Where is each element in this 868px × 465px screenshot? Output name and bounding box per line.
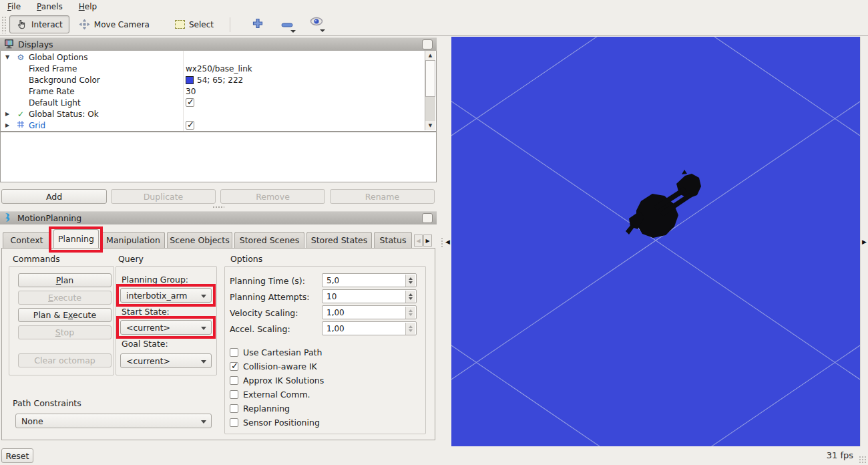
property-value[interactable]: wx250/base_link <box>186 64 252 73</box>
planning-group-label: Planning Group: <box>122 275 188 285</box>
collision-aware-ik-row[interactable]: Collision-aware IK <box>230 361 317 371</box>
checkbox[interactable] <box>230 376 238 385</box>
sensor-positioning-row[interactable]: Sensor Positioning <box>230 418 320 428</box>
stop-button[interactable]: Stop <box>18 325 112 339</box>
execute-button-label: Execute <box>48 293 81 303</box>
tab-scroll-left-icon[interactable]: ◀ <box>414 235 423 247</box>
tab-label: Status <box>380 235 407 245</box>
panel-float-button[interactable] <box>422 213 433 223</box>
resize-grip[interactable] <box>859 456 867 464</box>
velocity-scaling-value: 1,00 <box>327 308 345 317</box>
checkbox[interactable] <box>186 98 194 107</box>
tab-stored-states[interactable]: Stored States <box>306 232 372 248</box>
visibility-tool-button[interactable] <box>308 17 325 32</box>
motionplanning-tabs: Context Planning Manipulation Scene Obje… <box>0 225 437 248</box>
panel-splitter[interactable]: ◀ <box>437 37 451 446</box>
expander-right-icon[interactable]: ▶ <box>5 122 9 128</box>
toolbar-drag-handle[interactable] <box>1 16 7 33</box>
grid-icon <box>16 120 25 130</box>
external-comm-row[interactable]: External Comm. <box>230 390 310 400</box>
add-display-button[interactable]: Add <box>1 189 107 204</box>
menu-help[interactable]: Help <box>77 1 99 12</box>
start-state-dropdown[interactable]: <current> <box>120 320 212 335</box>
scrollbar-thumb[interactable] <box>425 60 435 97</box>
goal-state-dropdown[interactable]: <current> <box>120 353 212 368</box>
checkbox[interactable] <box>230 348 238 357</box>
velocity-scaling-spinbox[interactable]: 1,00 <box>322 305 417 319</box>
select-tool-button[interactable]: Select <box>168 15 220 33</box>
move-arrows-icon <box>79 19 90 30</box>
remove-display-button[interactable]: Remove <box>220 189 325 204</box>
tab-stored-scenes[interactable]: Stored Scenes <box>234 232 304 248</box>
plan-button[interactable]: Plan <box>18 273 112 287</box>
clear-octomap-button[interactable]: Clear octomap <box>18 353 112 367</box>
displays-panel-header[interactable]: Displays <box>0 37 437 51</box>
property-value[interactable]: 30 <box>186 87 196 96</box>
rviz-3d-viewport[interactable] <box>451 37 860 446</box>
menu-file[interactable]: File <box>5 1 23 12</box>
checkbox[interactable] <box>186 121 194 130</box>
expander-down-icon[interactable]: ▼ <box>5 54 9 60</box>
spinner-arrows-icon[interactable] <box>405 307 415 319</box>
tab-manipulation[interactable]: Manipulation <box>101 232 165 248</box>
path-constraints-label: Path Constraints <box>13 398 81 408</box>
menu-panels[interactable]: Panels <box>35 1 65 12</box>
rename-display-button[interactable]: Rename <box>330 189 435 204</box>
move-camera-tool-button[interactable]: Move Camera <box>72 15 156 33</box>
tab-scroll-right-icon[interactable]: ▶ <box>423 235 432 247</box>
zoom-in-tool-button[interactable] <box>249 18 266 31</box>
spinner-arrows-icon[interactable] <box>405 291 415 303</box>
use-cartesian-path-row[interactable]: Use Cartesian Path <box>230 347 322 357</box>
plan-and-execute-button[interactable]: Plan & Execute <box>18 308 112 322</box>
planning-group-value: interbotix_arm <box>126 291 188 301</box>
tree-row-fixed-frame[interactable]: Fixed Frame wx250/base_link <box>1 63 426 74</box>
duplicate-display-button[interactable]: Duplicate <box>111 189 216 204</box>
zoom-out-tool-button[interactable] <box>278 17 296 33</box>
planning-attempts-spinbox[interactable]: 10 <box>322 289 417 303</box>
tree-row-background-color[interactable]: Background Color 54; 65; 222 <box>1 74 426 86</box>
scrollbar[interactable]: ▲ ▼ <box>425 51 435 130</box>
clear-octomap-button-label: Clear octomap <box>34 355 95 365</box>
accel-scaling-spinbox[interactable]: 1,00 <box>322 321 417 335</box>
reset-button[interactable]: Reset <box>1 448 33 463</box>
tree-row-default-light[interactable]: Default Light <box>1 97 426 108</box>
motionplanning-panel-header[interactable]: MotionPlanning <box>0 211 437 224</box>
execute-button[interactable]: Execute <box>18 291 112 305</box>
checkbox[interactable] <box>230 404 238 413</box>
collapse-left-icon[interactable]: ◀ <box>445 239 450 245</box>
replanning-row[interactable]: Replanning <box>230 404 290 414</box>
panel-splitter-handle[interactable] <box>212 206 224 209</box>
displays-tree[interactable]: ▼ ⚙ Global Options Fixed Frame wx250/bas… <box>0 51 437 132</box>
spinner-arrows-icon[interactable] <box>405 323 415 335</box>
tree-row-frame-rate[interactable]: Frame Rate 30 <box>1 86 426 97</box>
tab-status[interactable]: Status <box>374 232 412 248</box>
checkbox[interactable] <box>230 362 238 371</box>
chevron-down-icon[interactable] <box>320 29 325 32</box>
tree-row-global-status[interactable]: ▶ ✓ Global Status: Ok <box>1 108 426 120</box>
scroll-up-icon[interactable]: ▲ <box>425 51 435 60</box>
interact-tool-button[interactable]: Interact <box>9 15 69 33</box>
checkbox[interactable] <box>230 390 238 399</box>
scroll-down-icon[interactable]: ▼ <box>425 121 435 130</box>
moveit-swirl-icon <box>4 212 13 224</box>
path-constraints-dropdown[interactable]: None <box>15 414 212 428</box>
approx-ik-solutions-row[interactable]: Approx IK Solutions <box>230 375 324 385</box>
tab-planning[interactable]: Planning <box>53 229 99 248</box>
panel-float-button[interactable] <box>422 39 433 49</box>
planning-time-spinbox[interactable]: 5,0 <box>322 273 417 287</box>
checkbox[interactable] <box>230 418 238 427</box>
color-swatch[interactable] <box>186 76 194 84</box>
planning-tab-content: Commands Query Options Plan Execute Plan… <box>1 248 435 440</box>
fps-counter: 31 fps <box>827 450 853 460</box>
planning-group-dropdown[interactable]: interbotix_arm <box>120 288 212 303</box>
tree-row-grid[interactable]: ▶ Grid <box>1 120 426 131</box>
plan-and-execute-button-label: Plan & Execute <box>33 310 96 320</box>
views-panel-collapsed-strip[interactable]: ▶ <box>860 37 868 446</box>
expander-right-icon[interactable]: ▶ <box>5 111 9 117</box>
spinner-arrows-icon[interactable] <box>405 275 415 287</box>
chevron-down-icon[interactable] <box>290 30 296 33</box>
tree-row-global-options[interactable]: ▼ ⚙ Global Options <box>1 51 426 63</box>
tab-scene-objects[interactable]: Scene Objects <box>167 232 232 248</box>
tab-context[interactable]: Context <box>3 232 51 248</box>
expand-right-icon[interactable]: ▶ <box>862 239 867 245</box>
